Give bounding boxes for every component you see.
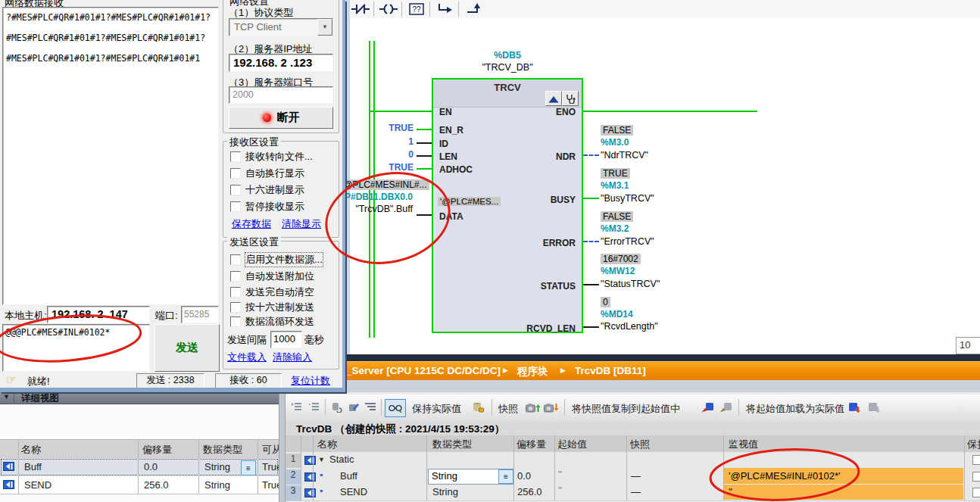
send-input[interactable]: @@@PLC#MES#INL#0102* [2, 324, 150, 372]
trcv-block[interactable]: TRCV EN ENO EN_R ID LEN ADHOC '@PLC#MES.… [432, 78, 583, 333]
collapse-icon[interactable]: ▼ [3, 393, 10, 401]
db-retain-icon[interactable] [470, 401, 486, 414]
busy-symbol[interactable]: "BusyTRCV" [601, 193, 654, 204]
type-dropdown-icon[interactable]: ≡ [498, 469, 513, 484]
breadcrumb-item-db[interactable]: TrcvDB [DB11] [575, 365, 646, 376]
collapse-all-icon[interactable] [306, 401, 321, 414]
checkbox-hex-display-label[interactable]: 十六进制显示 [245, 183, 304, 197]
var-bullet-icon: ▪ [320, 469, 323, 480]
retain-checkbox[interactable] [972, 455, 980, 465]
open-block-icon[interactable] [545, 91, 562, 106]
open-branch-icon[interactable] [433, 2, 457, 17]
rcvdlen-address[interactable]: %MD14 [601, 309, 633, 320]
db-row-buff[interactable]: 2 ▪ Buff String ≡ 0.0 '' — '@PLC#MES#INL… [286, 468, 980, 485]
server-port-field[interactable]: 2000 [229, 86, 333, 104]
data-symbol[interactable]: "TrcvDB".Buff [339, 204, 413, 214]
keep-actual-icon[interactable] [329, 401, 345, 414]
edit-values-icon[interactable] [346, 401, 361, 414]
data-address[interactable]: P#DB11.DBX0.0 [339, 192, 413, 202]
snapshot-download-icon[interactable] [543, 401, 560, 414]
rcvdlen-symbol[interactable]: "RcvdLength" [601, 321, 658, 332]
copy-snapshot-icon[interactable] [699, 401, 716, 414]
protocol-select[interactable]: TCP Client ▼ [229, 18, 333, 36]
checkbox-recv-to-file[interactable] [230, 151, 241, 162]
checkbox-auto-clear[interactable] [230, 287, 241, 298]
checkbox-hex-send[interactable] [230, 302, 241, 313]
checkbox-hex-display[interactable] [230, 185, 241, 195]
clear-display-link[interactable]: 清除显示 [282, 217, 321, 231]
row-number: 1 [286, 454, 301, 468]
checkbox-pause-recv[interactable] [230, 201, 241, 212]
breadcrumb-item-cpu[interactable]: P_Server [CPU 1215C DC/DC/DC] [339, 365, 501, 376]
detail-row-send[interactable]: SEND 256.0 String True [0, 476, 279, 494]
rcvdlen-monitor: 0 [601, 297, 610, 307]
row-filter-icon[interactable] [363, 401, 378, 414]
detail-row-buff[interactable]: Buff 0.0 String ≡ True [0, 458, 279, 476]
file-load-link[interactable]: 文件载入 [227, 351, 267, 364]
busy-address[interactable]: %M3.1 [601, 180, 629, 191]
load-start-label[interactable]: 将起始值加载为实际值 [746, 402, 844, 416]
expand-all-icon[interactable] [289, 401, 304, 414]
local-port-field[interactable]: 55285 [181, 306, 219, 323]
instance-db-name[interactable]: "TRCV_DB" [432, 62, 583, 73]
retain-checkbox[interactable] [972, 472, 980, 482]
chevron-down-icon[interactable]: ▼ [317, 19, 332, 36]
server-ip-field[interactable]: 192.168. 2 .123 [229, 54, 333, 72]
empty-box-icon[interactable]: ?? [404, 2, 429, 17]
load-start-alt-icon[interactable] [866, 401, 882, 414]
detail-table-header: 名称 偏移量 数据类型 可从 [0, 439, 279, 459]
send-button[interactable]: 发送 [154, 324, 220, 372]
status-address[interactable]: %MW12 [601, 266, 635, 276]
ndr-symbol[interactable]: "NdrTRCV" [601, 150, 648, 161]
send-interval-field[interactable]: 1000 [270, 331, 302, 348]
instance-db-address[interactable]: %DB5 [432, 50, 583, 61]
coil-icon[interactable] [376, 2, 401, 17]
panel-splitter[interactable] [279, 392, 286, 502]
expand-static-icon[interactable]: ▼ [318, 456, 325, 463]
contact-nc-icon[interactable] [348, 2, 373, 17]
monitor-all-icon[interactable] [385, 399, 406, 417]
local-ip-field[interactable]: 192.168. 2 .147 [47, 306, 150, 323]
db-row-static[interactable]: 1 ▼ Static [286, 452, 980, 469]
checkbox-auto-append[interactable] [230, 271, 241, 282]
checkbox-pause-recv-label[interactable]: 暂停接收显示 [245, 200, 304, 214]
id-value: 1 [368, 136, 414, 147]
error-symbol[interactable]: "ErrorTRCV" [601, 236, 654, 247]
snapshot-label[interactable]: 快照 [498, 402, 518, 416]
checkbox-auto-wrap-label[interactable]: 自动换行显示 [245, 167, 304, 180]
recv-data-box[interactable]: ?#MES#PLC#QR#1#01#1?#MES#PLC#QR#1#01#1? … [2, 7, 219, 305]
checkbox-loop-send-label[interactable]: 数据流循环发送 [245, 315, 314, 329]
retain-checkbox[interactable] [972, 488, 980, 497]
checkbox-file-source-label[interactable]: 启用文件数据源... [245, 253, 323, 267]
pin-ndr: NDR [556, 151, 576, 162]
checkbox-auto-clear-label[interactable]: 发送完自动清空 [245, 285, 314, 299]
save-data-link[interactable]: 保存数据 [232, 217, 271, 231]
db-row-send[interactable]: 3 ▪ SEND String 256.0 '' — '' [286, 485, 980, 501]
breadcrumb-item-blocks[interactable]: 程序块 [517, 365, 548, 379]
en-wire [370, 111, 432, 112]
disconnect-button[interactable]: 断开 [229, 107, 333, 129]
load-start-icon[interactable] [846, 401, 863, 414]
snapshot-upload-icon[interactable] [525, 401, 541, 414]
type-dropdown-icon[interactable]: ≡ [241, 460, 256, 475]
clear-input-link[interactable]: 清除输入 [273, 351, 312, 364]
type-editor-cell[interactable]: String ≡ [428, 469, 514, 485]
error-address[interactable]: %M3.2 [601, 223, 629, 234]
close-branch-icon[interactable] [462, 2, 486, 17]
checkbox-auto-wrap[interactable] [230, 168, 241, 179]
copy-snapshot-label[interactable]: 将快照值复制到起始值中 [572, 402, 680, 416]
checkbox-hex-send-label[interactable]: 按十六进制发送 [245, 301, 314, 314]
checkbox-file-source[interactable] [230, 254, 241, 265]
zoom-level-box[interactable]: 10 [956, 337, 980, 354]
keep-actual-label[interactable]: 保持实际值 [412, 402, 461, 416]
ndr-address[interactable]: %M3.0 [601, 137, 629, 148]
copy-snapshot-alt-icon[interactable] [717, 401, 734, 414]
detail-view-titlebar[interactable]: ▼ 详细视图 [0, 392, 279, 404]
checkbox-loop-send[interactable] [230, 316, 241, 327]
status-symbol[interactable]: "StatusTRCV" [601, 279, 660, 289]
breadcrumb-arrow-icon-2: ▶ [560, 366, 566, 374]
checkbox-auto-append-label[interactable]: 自动发送附加位 [245, 270, 314, 283]
checkbox-recv-to-file-label[interactable]: 接收转向文件... [245, 150, 313, 164]
diagnostics-icon[interactable] [562, 91, 579, 106]
reset-counter-link[interactable]: 复位计数 [291, 374, 330, 388]
